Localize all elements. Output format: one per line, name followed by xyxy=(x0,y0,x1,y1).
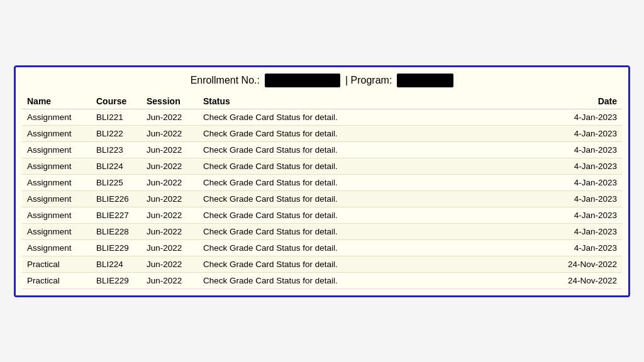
cell-status: Check Grade Card Status for detail. xyxy=(198,272,553,288)
cell-status: Check Grade Card Status for detail. xyxy=(198,158,553,174)
table-row: AssignmentBLI223Jun-2022Check Grade Card… xyxy=(22,141,622,158)
assignments-table: Name Course Session Status Date Assignme… xyxy=(22,94,622,289)
cell-date: 24-Nov-2022 xyxy=(553,272,622,288)
cell-date: 4-Jan-2023 xyxy=(553,125,622,141)
cell-course: BLI222 xyxy=(91,125,142,141)
enrollment-label: Enrollment No.: xyxy=(191,75,260,86)
cell-status: Check Grade Card Status for detail. xyxy=(198,109,553,125)
table-row: AssignmentBLIE229Jun-2022Check Grade Car… xyxy=(22,239,622,256)
cell-date: 4-Jan-2023 xyxy=(553,109,622,125)
main-container: Enrollment No.: | Program: Name Course S… xyxy=(14,65,630,297)
cell-course: BLI224 xyxy=(91,256,142,272)
cell-session: Jun-2022 xyxy=(142,272,198,288)
cell-status: Check Grade Card Status for detail. xyxy=(198,190,553,207)
cell-name: Assignment xyxy=(22,223,91,239)
cell-session: Jun-2022 xyxy=(142,141,198,158)
table-row: AssignmentBLI222Jun-2022Check Grade Card… xyxy=(22,125,622,141)
table-row: AssignmentBLIE226Jun-2022Check Grade Car… xyxy=(22,190,622,207)
cell-course: BLIE228 xyxy=(91,223,142,239)
cell-session: Jun-2022 xyxy=(142,239,198,256)
cell-date: 4-Jan-2023 xyxy=(553,239,622,256)
cell-date: 4-Jan-2023 xyxy=(553,174,622,190)
cell-name: Assignment xyxy=(22,141,91,158)
table-row: AssignmentBLIE228Jun-2022Check Grade Car… xyxy=(22,223,622,239)
program-redacted xyxy=(397,74,453,87)
table-row: AssignmentBLIE227Jun-2022Check Grade Car… xyxy=(22,207,622,223)
table-row: AssignmentBLI221Jun-2022Check Grade Card… xyxy=(22,109,622,125)
cell-status: Check Grade Card Status for detail. xyxy=(198,223,553,239)
cell-session: Jun-2022 xyxy=(142,125,198,141)
cell-name: Assignment xyxy=(22,207,91,223)
col-header-course: Course xyxy=(91,94,142,109)
cell-status: Check Grade Card Status for detail. xyxy=(198,141,553,158)
cell-date: 4-Jan-2023 xyxy=(553,158,622,174)
cell-session: Jun-2022 xyxy=(142,207,198,223)
cell-session: Jun-2022 xyxy=(142,109,198,125)
table-row: PracticalBLI224Jun-2022Check Grade Card … xyxy=(22,256,622,272)
cell-course: BLI225 xyxy=(91,174,142,190)
header: Enrollment No.: | Program: xyxy=(22,74,622,87)
cell-date: 4-Jan-2023 xyxy=(553,207,622,223)
cell-session: Jun-2022 xyxy=(142,174,198,190)
table-row: AssignmentBLI224Jun-2022Check Grade Card… xyxy=(22,158,622,174)
table-row: PracticalBLIE229Jun-2022Check Grade Card… xyxy=(22,272,622,288)
cell-course: BLIE229 xyxy=(91,272,142,288)
cell-name: Assignment xyxy=(22,125,91,141)
cell-course: BLIE229 xyxy=(91,239,142,256)
cell-name: Practical xyxy=(22,272,91,288)
cell-date: 4-Jan-2023 xyxy=(553,190,622,207)
table-header-row: Name Course Session Status Date xyxy=(22,94,622,109)
cell-course: BLI223 xyxy=(91,141,142,158)
cell-name: Assignment xyxy=(22,190,91,207)
col-header-status: Status xyxy=(198,94,553,109)
cell-session: Jun-2022 xyxy=(142,158,198,174)
cell-session: Jun-2022 xyxy=(142,190,198,207)
cell-status: Check Grade Card Status for detail. xyxy=(198,174,553,190)
col-header-name: Name xyxy=(22,94,91,109)
cell-status: Check Grade Card Status for detail. xyxy=(198,125,553,141)
cell-name: Assignment xyxy=(22,109,91,125)
cell-name: Practical xyxy=(22,256,91,272)
cell-course: BLI221 xyxy=(91,109,142,125)
cell-course: BLIE226 xyxy=(91,190,142,207)
cell-date: 24-Nov-2022 xyxy=(553,256,622,272)
cell-course: BLIE227 xyxy=(91,207,142,223)
cell-name: Assignment xyxy=(22,239,91,256)
cell-status: Check Grade Card Status for detail. xyxy=(198,239,553,256)
program-label: | Program: xyxy=(345,75,392,86)
table-row: AssignmentBLI225Jun-2022Check Grade Card… xyxy=(22,174,622,190)
cell-session: Jun-2022 xyxy=(142,256,198,272)
enrollment-redacted xyxy=(265,74,340,87)
cell-status: Check Grade Card Status for detail. xyxy=(198,256,553,272)
cell-course: BLI224 xyxy=(91,158,142,174)
cell-name: Assignment xyxy=(22,174,91,190)
cell-name: Assignment xyxy=(22,158,91,174)
col-header-session: Session xyxy=(142,94,198,109)
cell-date: 4-Jan-2023 xyxy=(553,141,622,158)
cell-date: 4-Jan-2023 xyxy=(553,223,622,239)
cell-session: Jun-2022 xyxy=(142,223,198,239)
cell-status: Check Grade Card Status for detail. xyxy=(198,207,553,223)
col-header-date: Date xyxy=(553,94,622,109)
